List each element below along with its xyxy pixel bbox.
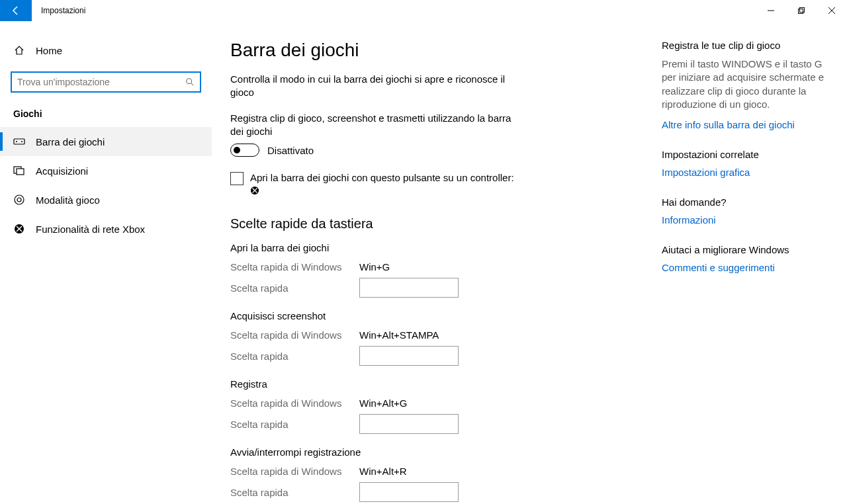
sidebar-item-label: Modalità gioco	[36, 194, 100, 206]
user-shortcut-label: Scelta rapida	[230, 282, 359, 294]
shortcut-title: Avvia/interrompi registrazione	[230, 446, 654, 458]
page-description: Controlla il modo in cui la barra dei gi…	[230, 73, 508, 100]
back-button[interactable]	[0, 0, 32, 21]
search-field[interactable]	[17, 77, 185, 87]
search-icon	[185, 77, 195, 87]
window-title: Impostazioni	[32, 0, 95, 21]
aside-heading: Impostazioni correlate	[662, 149, 834, 160]
gamebar-toggle[interactable]	[230, 144, 259, 157]
right-pane: Registra le tue clip di gioco Premi il t…	[662, 40, 834, 504]
title-bar: Impostazioni	[0, 0, 847, 21]
aside-heading: Aiutaci a migliorare Windows	[662, 244, 834, 255]
toggle-state-label: Disattivato	[267, 145, 314, 156]
link-get-help[interactable]: Informazioni	[662, 214, 834, 226]
controller-open-checkbox[interactable]	[230, 172, 244, 185]
windows-shortcut-label: Scelta rapida di Windows	[230, 398, 359, 409]
shortcut-group-record: Registra Scelta rapida di Windows Win+Al…	[230, 378, 654, 435]
svg-rect-7	[17, 169, 24, 175]
shortcut-value: Win+G	[359, 261, 390, 273]
sidebar-item-label: Barra dei giochi	[36, 136, 105, 147]
aside-heading: Registra le tue clip di gioco	[662, 40, 834, 51]
link-more-gamebar[interactable]: Altre info sulla barra dei giochi	[662, 119, 834, 130]
shortcut-title: Apri la barra dei giochi	[230, 242, 654, 253]
sidebar-item-label: Funzionalità di rete Xbox	[36, 224, 145, 235]
shortcuts-heading: Scelte rapide da tastiera	[230, 216, 654, 231]
shortcut-value: Win+Alt+STAMPA	[359, 329, 439, 341]
windows-shortcut-label: Scelta rapida di Windows	[230, 329, 359, 341]
xbox-icon	[13, 224, 25, 234]
shortcut-input-record[interactable]	[359, 414, 459, 434]
shortcut-input-screenshot[interactable]	[359, 346, 459, 366]
svg-point-5	[21, 141, 22, 142]
toggle-description: Registra clip di gioco, screenshot e tra…	[230, 112, 515, 139]
sidebar-item-gamemode[interactable]: Modalità gioco	[0, 185, 212, 214]
home-label: Home	[36, 45, 62, 56]
search-input[interactable]	[11, 71, 201, 93]
sidebar-item-gamebar[interactable]: Barra dei giochi	[0, 127, 212, 156]
gamebar-icon	[13, 137, 25, 146]
svg-point-8	[15, 195, 24, 204]
xbox-button-icon	[250, 186, 259, 195]
shortcut-group-screenshot: Acquisisci screenshot Scelta rapida di W…	[230, 310, 654, 366]
svg-rect-1	[800, 8, 805, 13]
link-graphics-settings[interactable]: Impostazioni grafica	[662, 167, 834, 178]
sidebar-item-label: Acquisizioni	[36, 165, 88, 177]
shortcut-value: Win+Alt+R	[359, 466, 407, 477]
home-icon	[13, 45, 25, 56]
svg-point-2	[187, 79, 192, 84]
shortcut-title: Acquisisci screenshot	[230, 310, 654, 321]
link-feedback[interactable]: Commenti e suggerimenti	[662, 262, 834, 273]
minimize-button[interactable]	[756, 0, 786, 21]
capture-icon	[13, 166, 25, 175]
maximize-button[interactable]	[786, 0, 817, 21]
aside-heading: Hai domande?	[662, 196, 834, 208]
svg-rect-0	[799, 9, 803, 14]
shortcut-group-start-stop-record: Avvia/interrompi registrazione Scelta ra…	[230, 446, 654, 503]
home-button[interactable]: Home	[0, 37, 212, 63]
gamemode-icon	[13, 194, 25, 206]
shortcut-input-open-gamebar[interactable]	[359, 278, 459, 298]
page-title: Barra dei giochi	[230, 40, 654, 61]
sidebar-item-xbox-network[interactable]: Funzionalità di rete Xbox	[0, 214, 212, 243]
svg-rect-3	[14, 139, 24, 144]
shortcut-group-open-gamebar: Apri la barra dei giochi Scelta rapida d…	[230, 242, 654, 298]
shortcut-input-start-stop-record[interactable]	[359, 482, 459, 502]
sidebar-item-captures[interactable]: Acquisizioni	[0, 156, 212, 185]
user-shortcut-label: Scelta rapida	[230, 351, 359, 362]
shortcut-value: Win+Alt+G	[359, 398, 408, 409]
section-label: Giochi	[0, 103, 212, 127]
windows-shortcut-label: Scelta rapida di Windows	[230, 261, 359, 273]
svg-point-4	[16, 141, 17, 142]
aside-text: Premi il tasto WINDOWS e il tasto G per …	[662, 58, 834, 111]
user-shortcut-label: Scelta rapida	[230, 487, 359, 498]
sidebar: Home Giochi Barra dei giochi Acquisizion…	[0, 21, 212, 504]
user-shortcut-label: Scelta rapida	[230, 419, 359, 430]
shortcut-title: Registra	[230, 378, 654, 390]
close-button[interactable]	[817, 0, 847, 21]
checkbox-label: Apri la barra dei giochi con questo puls…	[250, 172, 514, 183]
svg-point-9	[17, 198, 21, 202]
main-content: Barra dei giochi Controlla il modo in cu…	[230, 40, 654, 504]
windows-shortcut-label: Scelta rapida di Windows	[230, 466, 359, 477]
